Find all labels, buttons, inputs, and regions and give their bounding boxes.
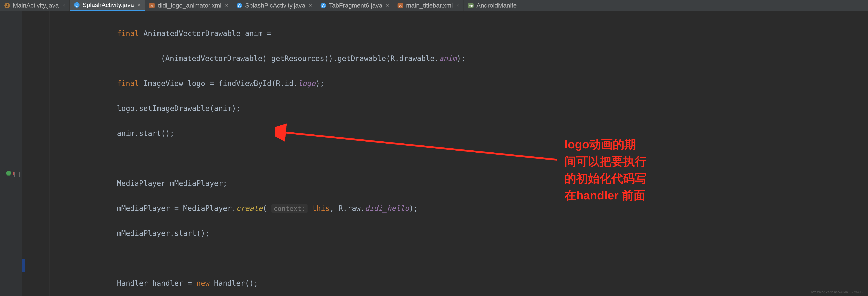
class-icon: C: [236, 2, 243, 9]
code-line: final ImageView logo = findViewById(R.id…: [22, 77, 868, 89]
tab-label: MainActivity.java: [13, 2, 59, 9]
close-icon[interactable]: ×: [386, 3, 389, 8]
tab-androidmanifest[interactable]: MF AndroidManife: [464, 0, 521, 11]
tab-mainactivity[interactable]: J MainActivity.java ×: [0, 0, 70, 11]
svg-text:C: C: [322, 3, 324, 8]
code-line: logo.setImageDrawable(anim);: [22, 102, 868, 114]
tab-didilogo-xml[interactable]: <> didi_logo_animator.xml ×: [145, 0, 232, 11]
gutter[interactable]: +: [0, 11, 22, 296]
xml-icon: <>: [149, 2, 155, 9]
svg-text:J: J: [6, 3, 8, 8]
tab-label: main_titlebar.xml: [406, 2, 453, 9]
code-line: [22, 152, 868, 164]
code-line: mMediaPlayer.start();: [22, 227, 868, 239]
java-icon: J: [4, 2, 10, 9]
code-line: Handler handler = new Handler();: [22, 277, 868, 289]
right-margin-guide: [824, 11, 824, 296]
close-icon[interactable]: ×: [309, 3, 312, 8]
watermark: https:blog.csdn.netweixin_37734988: [811, 290, 864, 294]
tab-label: TabFragment6.java: [329, 2, 382, 9]
code-line: final AnimatedVectorDrawable anim =: [22, 27, 868, 40]
run-marker-icon[interactable]: [6, 171, 11, 176]
class-icon: C: [320, 2, 327, 9]
manifest-icon: MF: [468, 2, 474, 9]
editor-tabs: J MainActivity.java × C SplashActivity.j…: [0, 0, 868, 11]
tab-label: SplashPicActivity.java: [245, 2, 305, 9]
code-area[interactable]: final AnimatedVectorDrawable anim = (Ani…: [22, 11, 868, 296]
tab-splashpicactivity[interactable]: C SplashPicActivity.java ×: [232, 0, 316, 11]
xml-icon: <>: [397, 2, 403, 9]
code-line: MediaPlayer mMediaPlayer;: [22, 177, 868, 189]
tab-maintitlebar-xml[interactable]: <> main_titlebar.xml ×: [393, 0, 464, 11]
close-icon[interactable]: ×: [457, 3, 460, 8]
tab-label: AndroidManife: [476, 2, 517, 9]
tab-label: didi_logo_animator.xml: [158, 2, 221, 9]
selection-gutter-highlight: [22, 259, 25, 272]
svg-text:<>: <>: [150, 4, 154, 8]
tab-label: SplashActivity.java: [83, 1, 134, 8]
close-icon[interactable]: ×: [62, 3, 65, 8]
svg-text:C: C: [75, 3, 78, 7]
code-line: mMediaPlayer = MediaPlayer.create( conte…: [22, 202, 868, 214]
code-line: [22, 252, 868, 264]
class-icon: C: [74, 2, 80, 8]
close-icon[interactable]: ×: [225, 3, 228, 8]
svg-text:MF: MF: [469, 5, 473, 7]
svg-text:C: C: [238, 3, 241, 8]
tab-tabfragment6[interactable]: C TabFragment6.java ×: [316, 0, 393, 11]
indent-guide: [49, 11, 50, 296]
svg-text:<>: <>: [398, 4, 402, 8]
code-line: (AnimatedVectorDrawable) getResources().…: [22, 52, 868, 65]
fold-toggle-icon[interactable]: +: [14, 172, 20, 178]
annotation-text: logo动画的期 间可以把要执行 的初始化代码写 在handler 前面: [564, 136, 647, 204]
editor: + final AnimatedVectorDrawable anim = (A…: [0, 11, 868, 296]
tab-splashactivity[interactable]: C SplashActivity.java ×: [70, 0, 145, 11]
close-icon[interactable]: ×: [137, 2, 141, 8]
code-line: anim.start();: [22, 127, 868, 139]
param-hint: context:: [272, 205, 308, 213]
